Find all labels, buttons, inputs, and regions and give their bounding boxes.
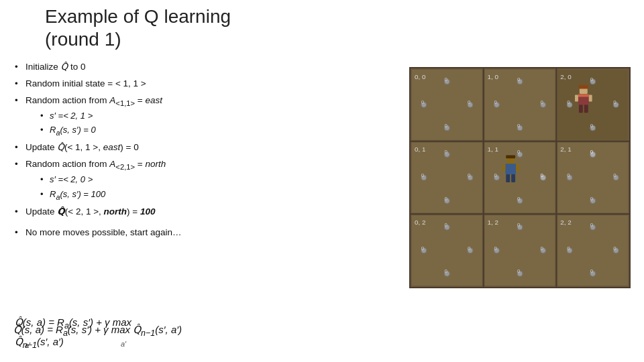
formula-display: Q̂(s, a) = Ra(s, s′) + γ max Q̂n−1(s′, a… xyxy=(15,316,131,347)
svg-text:0: 0 xyxy=(590,149,594,155)
svg-text:0: 0 xyxy=(590,268,594,274)
svg-rect-100 xyxy=(506,174,510,182)
svg-rect-106 xyxy=(589,95,592,102)
svg-text:0: 0 xyxy=(613,99,616,105)
svg-rect-103 xyxy=(579,85,588,89)
svg-text:0: 0 xyxy=(517,196,521,202)
svg-text:0: 0 xyxy=(613,245,616,251)
svg-text:1, 1: 1, 1 xyxy=(488,145,498,153)
svg-rect-105 xyxy=(575,95,578,102)
sub-list-3: s′ =< 2, 1 > Ra(s, s′) = 0 xyxy=(25,109,402,138)
svg-text:2, 1: 2, 1 xyxy=(560,145,571,153)
grid-svg: 0, 0 1, 0 2, 0 0, 1 1, 1 2, 1 0, 2 1, 2 … xyxy=(411,68,629,287)
svg-rect-101 xyxy=(511,174,515,182)
svg-text:0: 0 xyxy=(468,172,471,178)
svg-text:2, 2: 2, 2 xyxy=(560,219,571,226)
svg-text:0: 0 xyxy=(444,268,447,274)
svg-text:0, 0: 0, 0 xyxy=(415,73,426,80)
sub-item-5-1: s′ =< 2, 0 > xyxy=(39,173,402,186)
svg-text:0: 0 xyxy=(590,196,594,202)
svg-text:0: 0 xyxy=(468,99,471,105)
svg-text:0: 0 xyxy=(421,99,425,105)
svg-rect-99 xyxy=(516,164,519,171)
svg-text:1, 0: 1, 0 xyxy=(488,73,499,80)
svg-text:0: 0 xyxy=(567,245,570,251)
content-area: Initialize Q̂ to 0 Random initial state … xyxy=(13,60,402,243)
svg-text:0: 0 xyxy=(517,76,521,82)
svg-text:1, 2: 1, 2 xyxy=(488,219,498,226)
page-title: Example of Q learning (round 1) xyxy=(45,5,231,50)
title-line1: Example of Q learning xyxy=(45,6,231,27)
svg-text:0: 0 xyxy=(567,172,570,178)
svg-rect-98 xyxy=(502,164,505,171)
svg-rect-97 xyxy=(505,164,516,174)
sub-item-5-2: Ra(s, s′) = 100 xyxy=(39,188,402,202)
svg-text:0: 0 xyxy=(468,245,471,251)
svg-text:0: 0 xyxy=(517,149,521,155)
svg-text:0: 0 xyxy=(444,123,447,129)
bullet-list: Initialize Q̂ to 0 Random initial state … xyxy=(13,60,402,240)
svg-text:2, 0: 2, 0 xyxy=(560,73,572,80)
svg-text:0: 0 xyxy=(590,222,594,228)
bottom-formula: Q̂(s, a) = Ra(s, s′) + γ max Q̂n−1(s′, a… xyxy=(15,316,150,350)
svg-text:0: 0 xyxy=(494,99,497,105)
svg-text:0: 0 xyxy=(421,245,425,251)
svg-text:0: 0 xyxy=(517,123,521,129)
svg-text:0: 0 xyxy=(494,245,497,251)
bullet-item-4: Update Q̂(< 1, 1 >, east) = 0 xyxy=(13,141,402,155)
svg-text:0: 0 xyxy=(541,99,544,105)
sub-item-3-2: Ra(s, s′) = 0 xyxy=(39,123,402,138)
svg-text:0, 1: 0, 1 xyxy=(415,145,425,153)
svg-text:0: 0 xyxy=(590,76,594,82)
bullet-item-3: Random action from A<1,1> = east s′ =< 2… xyxy=(13,94,402,138)
title-line2: (round 1) xyxy=(45,29,121,50)
grid-visualization: 0, 0 1, 0 2, 0 0, 1 1, 1 2, 1 0, 2 1, 2 … xyxy=(409,67,631,288)
svg-text:0: 0 xyxy=(421,172,425,178)
bullet-item-5: Random action from A<2,1> = north s′ =< … xyxy=(13,158,402,202)
svg-text:0: 0 xyxy=(517,268,521,274)
bullet-item-1: Initialize Q̂ to 0 xyxy=(13,60,402,74)
svg-text:0: 0 xyxy=(444,196,447,202)
svg-text:0: 0 xyxy=(613,172,616,178)
svg-text:0: 0 xyxy=(444,222,447,228)
sub-list-5: s′ =< 2, 0 > Ra(s, s′) = 100 xyxy=(25,173,402,202)
svg-text:0, 2: 0, 2 xyxy=(415,219,425,226)
bullet-item-7: No more moves possible, start again… xyxy=(13,226,402,240)
bullet-item-2: Random initial state = < 1, 1 > xyxy=(13,77,402,91)
svg-rect-96 xyxy=(506,155,515,158)
svg-text:0: 0 xyxy=(541,245,544,251)
svg-rect-108 xyxy=(584,105,588,113)
svg-text:0: 0 xyxy=(494,172,497,178)
svg-text:0: 0 xyxy=(567,99,570,105)
svg-rect-107 xyxy=(579,105,583,113)
svg-text:0: 0 xyxy=(444,76,447,82)
sub-item-3-1: s′ =< 2, 1 > xyxy=(39,109,402,123)
svg-text:0: 0 xyxy=(541,172,544,178)
svg-text:0: 0 xyxy=(444,149,447,155)
svg-text:0: 0 xyxy=(590,123,594,129)
svg-rect-109 xyxy=(578,95,589,97)
svg-text:0: 0 xyxy=(517,222,521,228)
bullet-item-6: Update Q̂(< 2, 1 >, north) = 100 xyxy=(13,205,402,219)
